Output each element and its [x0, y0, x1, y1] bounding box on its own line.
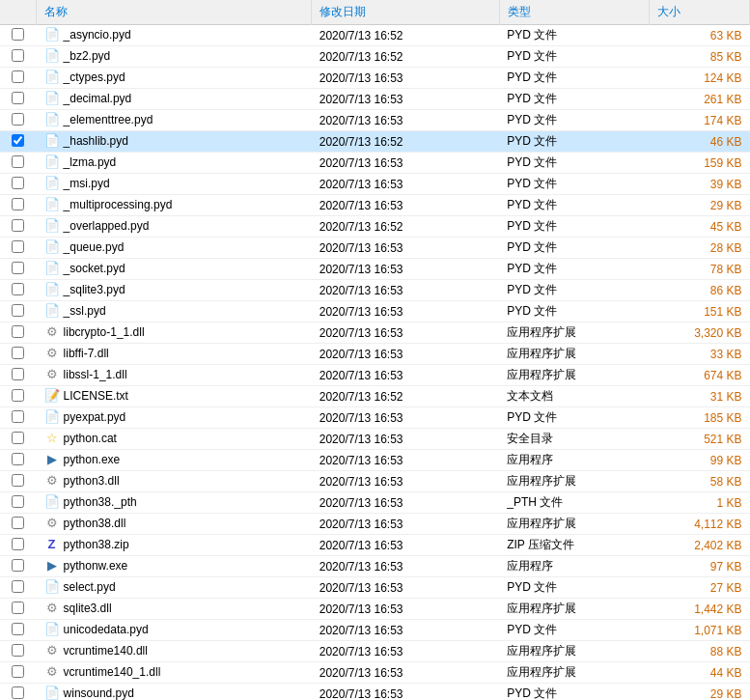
row-filename[interactable]: ⚙python3.dll: [37, 471, 249, 490]
row-checkbox[interactable]: [0, 492, 37, 514]
table-row[interactable]: 📄_elementtree.pyd2020/7/13 16:53PYD 文件17…: [0, 110, 750, 131]
table-row[interactable]: ☆python.cat2020/7/13 16:53安全目录521 KB: [0, 429, 750, 450]
row-checkbox[interactable]: [0, 238, 37, 259]
row-checkbox[interactable]: [0, 46, 37, 68]
table-row[interactable]: ⚙libffi-7.dll2020/7/13 16:53应用程序扩展33 KB: [0, 344, 750, 365]
row-checkbox[interactable]: [0, 641, 37, 662]
table-row[interactable]: 📄_bz2.pyd2020/7/13 16:52PYD 文件85 KB: [0, 46, 750, 68]
row-checkbox[interactable]: [0, 174, 37, 195]
row-filename[interactable]: ⚙vcruntime140_1.dll: [37, 662, 249, 681]
row-filename[interactable]: 📄select.pyd: [37, 577, 249, 596]
row-filename[interactable]: ⚙libffi-7.dll: [37, 344, 249, 362]
row-checkbox[interactable]: [0, 407, 37, 429]
header-date[interactable]: 修改日期: [312, 0, 499, 25]
row-filename[interactable]: 📄_queue.pyd: [37, 238, 249, 256]
row-checkbox[interactable]: [0, 365, 37, 386]
header-checkbox[interactable]: [0, 0, 37, 25]
table-row[interactable]: ⚙vcruntime140_1.dll2020/7/13 16:53应用程序扩展…: [0, 662, 750, 684]
row-checkbox[interactable]: [0, 344, 37, 365]
row-filename[interactable]: 📄_socket.pyd: [37, 259, 249, 277]
row-checkbox[interactable]: [0, 259, 37, 280]
row-filename[interactable]: 📄_overlapped.pyd: [37, 216, 249, 235]
row-checkbox[interactable]: [0, 662, 37, 684]
row-checkbox[interactable]: [0, 514, 37, 535]
table-row[interactable]: 📄_lzma.pyd2020/7/13 16:53PYD 文件159 KB: [0, 153, 750, 174]
row-filename[interactable]: ⚙libcrypto-1_1.dll: [37, 322, 249, 341]
table-row[interactable]: 📄_asyncio.pyd2020/7/13 16:52PYD 文件63 KB: [0, 25, 750, 46]
row-checkbox[interactable]: [0, 620, 37, 641]
row-checkbox[interactable]: [0, 450, 37, 471]
row-checkbox[interactable]: [0, 89, 37, 110]
row-checkbox[interactable]: [0, 322, 37, 344]
row-filename[interactable]: Zpython38.zip: [37, 535, 249, 553]
table-row[interactable]: 📄python38._pth2020/7/13 16:53_PTH 文件1 KB: [0, 492, 750, 514]
table-row[interactable]: 📄select.pyd2020/7/13 16:53PYD 文件27 KB: [0, 577, 750, 599]
row-filename[interactable]: 📄_ssl.pyd: [37, 301, 249, 320]
table-row[interactable]: 📄_hashlib.pyd2020/7/13 16:52PYD 文件46 KB: [0, 131, 750, 153]
row-checkbox[interactable]: [0, 577, 37, 599]
row-filename[interactable]: 📄python38._pth: [37, 492, 249, 511]
table-row[interactable]: 📄_ctypes.pyd2020/7/13 16:53PYD 文件124 KB: [0, 68, 750, 89]
row-filename[interactable]: 📄_hashlib.pyd: [37, 131, 249, 150]
row-checkbox[interactable]: [0, 684, 37, 701]
row-checkbox[interactable]: [0, 68, 37, 89]
row-filename[interactable]: 📄winsound.pyd: [37, 684, 249, 700]
row-checkbox[interactable]: [0, 535, 37, 556]
row-checkbox[interactable]: [0, 216, 37, 238]
table-row[interactable]: ▶pythonw.exe2020/7/13 16:53应用程序97 KB: [0, 556, 750, 577]
row-filename[interactable]: ☆python.cat: [37, 429, 249, 447]
row-filename[interactable]: 📄_sqlite3.pyd: [37, 280, 249, 298]
row-filename[interactable]: 📄_multiprocessing.pyd: [37, 195, 249, 213]
row-filename[interactable]: 📄_bz2.pyd: [37, 46, 249, 65]
table-row[interactable]: ⚙vcruntime140.dll2020/7/13 16:53应用程序扩展88…: [0, 641, 750, 662]
header-type[interactable]: 类型: [499, 0, 650, 25]
row-checkbox[interactable]: [0, 131, 37, 153]
row-checkbox[interactable]: [0, 110, 37, 131]
table-row[interactable]: 📄_ssl.pyd2020/7/13 16:53PYD 文件151 KB: [0, 301, 750, 322]
table-row[interactable]: 📄_queue.pyd2020/7/13 16:53PYD 文件28 KB: [0, 238, 750, 259]
header-size[interactable]: 大小: [650, 0, 750, 25]
table-row[interactable]: 📄pyexpat.pyd2020/7/13 16:53PYD 文件185 KB: [0, 407, 750, 429]
table-row[interactable]: ⚙libssl-1_1.dll2020/7/13 16:53应用程序扩展674 …: [0, 365, 750, 386]
table-row[interactable]: ⚙python38.dll2020/7/13 16:53应用程序扩展4,112 …: [0, 514, 750, 535]
table-row[interactable]: ⚙python3.dll2020/7/13 16:53应用程序扩展58 KB: [0, 471, 750, 492]
row-checkbox[interactable]: [0, 471, 37, 492]
table-row[interactable]: ⚙sqlite3.dll2020/7/13 16:53应用程序扩展1,442 K…: [0, 599, 750, 620]
row-filename[interactable]: ⚙vcruntime140.dll: [37, 641, 249, 659]
row-filename[interactable]: 📄unicodedata.pyd: [37, 620, 249, 638]
row-filename[interactable]: ⚙libssl-1_1.dll: [37, 365, 249, 383]
row-filename[interactable]: 📄_asyncio.pyd: [37, 25, 249, 43]
table-row[interactable]: 📄_sqlite3.pyd2020/7/13 16:53PYD 文件86 KB: [0, 280, 750, 301]
row-checkbox[interactable]: [0, 386, 37, 407]
row-checkbox[interactable]: [0, 429, 37, 450]
header-name[interactable]: 名称: [37, 0, 312, 25]
table-row[interactable]: 📄winsound.pyd2020/7/13 16:53PYD 文件29 KB: [0, 684, 750, 701]
row-filename[interactable]: ▶pythonw.exe: [37, 556, 249, 574]
row-filename[interactable]: 📄pyexpat.pyd: [37, 407, 249, 426]
table-row[interactable]: ▶python.exe2020/7/13 16:53应用程序99 KB: [0, 450, 750, 471]
table-row[interactable]: 📄_decimal.pyd2020/7/13 16:53PYD 文件261 KB: [0, 89, 750, 110]
table-row[interactable]: Zpython38.zip2020/7/13 16:53ZIP 压缩文件2,40…: [0, 535, 750, 556]
table-row[interactable]: 📄_multiprocessing.pyd2020/7/13 16:53PYD …: [0, 195, 750, 216]
row-filename[interactable]: 📄_lzma.pyd: [37, 153, 249, 171]
table-row[interactable]: 📄_msi.pyd2020/7/13 16:53PYD 文件39 KB: [0, 174, 750, 195]
row-filename[interactable]: ⚙sqlite3.dll: [37, 599, 249, 617]
table-row[interactable]: 📄_overlapped.pyd2020/7/13 16:52PYD 文件45 …: [0, 216, 750, 238]
row-checkbox[interactable]: [0, 301, 37, 322]
row-filename[interactable]: 📝LICENSE.txt: [37, 386, 249, 405]
row-checkbox[interactable]: [0, 556, 37, 577]
row-filename[interactable]: 📄_elementtree.pyd: [37, 110, 249, 128]
table-row[interactable]: 📝LICENSE.txt2020/7/13 16:52文本文档31 KB: [0, 386, 750, 407]
row-filename[interactable]: ▶python.exe: [37, 450, 249, 468]
row-checkbox[interactable]: [0, 280, 37, 301]
row-filename[interactable]: 📄_msi.pyd: [37, 174, 249, 192]
row-filename[interactable]: 📄_decimal.pyd: [37, 89, 249, 107]
row-checkbox[interactable]: [0, 153, 37, 174]
table-row[interactable]: ⚙libcrypto-1_1.dll2020/7/13 16:53应用程序扩展3…: [0, 322, 750, 344]
row-filename[interactable]: ⚙python38.dll: [37, 514, 249, 532]
row-checkbox[interactable]: [0, 25, 37, 46]
table-row[interactable]: 📄unicodedata.pyd2020/7/13 16:53PYD 文件1,0…: [0, 620, 750, 641]
row-checkbox[interactable]: [0, 195, 37, 216]
row-filename[interactable]: 📄_ctypes.pyd: [37, 68, 249, 86]
row-checkbox[interactable]: [0, 599, 37, 620]
